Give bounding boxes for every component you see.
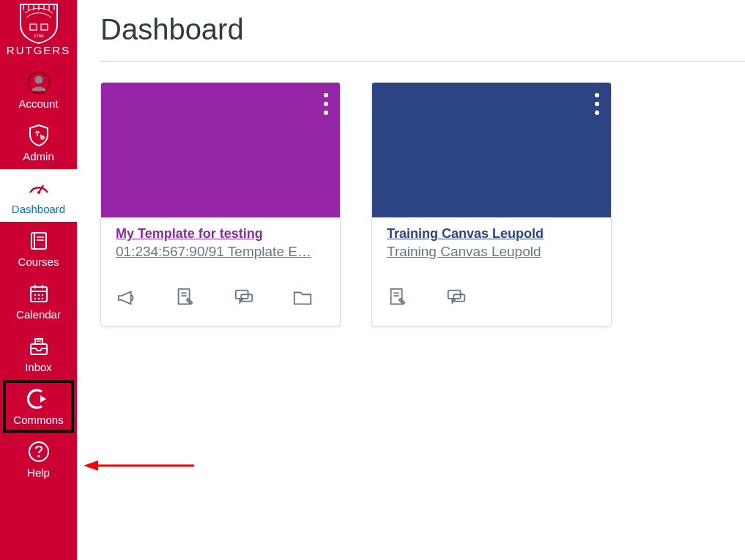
nav-calendar[interactable]: Calendar (0, 275, 77, 327)
course-cards: My Template for testing 01:234:567:90/91… (100, 82, 745, 326)
commons-icon (27, 387, 51, 411)
nav-label: Dashboard (12, 203, 65, 215)
account-icon (27, 71, 51, 94)
nav-courses[interactable]: Courses (0, 222, 77, 275)
card-actions (372, 260, 611, 308)
svg-rect-1 (41, 24, 48, 30)
svg-text:1766: 1766 (34, 34, 44, 38)
divider (100, 61, 745, 61)
nav-label: Account (18, 97, 58, 110)
svg-point-21 (41, 298, 42, 299)
assignments-icon[interactable] (387, 286, 409, 308)
card-menu-icon[interactable] (595, 93, 599, 115)
course-title-link[interactable]: My Template for testing (116, 226, 263, 242)
global-nav: 1766 RUTGERS Account Admin (0, 0, 77, 560)
card-hero (101, 83, 340, 217)
nav-inbox[interactable]: Inbox (0, 327, 77, 380)
course-card[interactable]: Training Canvas Leupold Training Canvas … (371, 82, 612, 326)
nav-label: Calendar (16, 308, 61, 321)
card-body: Training Canvas Leupold Training Canvas … (372, 217, 611, 260)
svg-point-19 (34, 298, 35, 299)
svg-point-4 (34, 75, 42, 83)
admin-icon (27, 124, 51, 147)
card-actions (101, 260, 340, 308)
courses-icon (27, 229, 51, 253)
course-subtitle: Training Canvas Leupold (387, 244, 596, 260)
card-body: My Template for testing 01:234:567:90/91… (101, 217, 340, 260)
course-card[interactable]: My Template for testing 01:234:567:90/91… (100, 82, 341, 326)
rutgers-shield-icon: 1766 (19, 3, 59, 44)
files-icon[interactable] (292, 286, 314, 308)
main-content: Dashboard My Template for testing 01:234… (77, 0, 745, 560)
announcements-icon[interactable] (116, 286, 138, 308)
dashboard-icon (27, 176, 51, 200)
nav-admin[interactable]: Admin (0, 116, 77, 169)
assignments-icon[interactable] (174, 286, 196, 308)
nav-label: Commons (13, 414, 63, 426)
card-hero (372, 83, 611, 217)
nav-label: Inbox (25, 361, 52, 373)
nav-dashboard[interactable]: Dashboard (0, 169, 77, 222)
nav-label: Admin (23, 150, 54, 163)
svg-point-16 (34, 294, 35, 296)
inbox-icon (27, 335, 51, 358)
discussions-icon[interactable] (233, 286, 255, 308)
card-menu-icon[interactable] (324, 93, 328, 115)
nav-account[interactable]: Account (0, 64, 77, 116)
svg-point-18 (41, 294, 42, 296)
help-icon (27, 440, 51, 463)
svg-point-20 (37, 298, 39, 299)
svg-point-7 (37, 191, 40, 194)
svg-point-25 (37, 455, 40, 458)
page-title: Dashboard (100, 13, 745, 46)
svg-rect-0 (30, 24, 37, 30)
discussions-icon[interactable] (445, 286, 467, 308)
svg-point-17 (37, 294, 39, 296)
brand-name: RUTGERS (7, 44, 70, 56)
course-subtitle: 01:234:567:90/91 Template E… (116, 244, 325, 260)
calendar-icon (27, 282, 51, 305)
brand-logo[interactable]: 1766 RUTGERS (7, 0, 70, 64)
nav-commons[interactable]: Commons (0, 380, 77, 433)
nav-help[interactable]: Help (0, 433, 77, 485)
nav-label: Help (27, 466, 50, 479)
course-title-link[interactable]: Training Canvas Leupold (387, 226, 544, 242)
nav-label: Courses (18, 255, 59, 268)
